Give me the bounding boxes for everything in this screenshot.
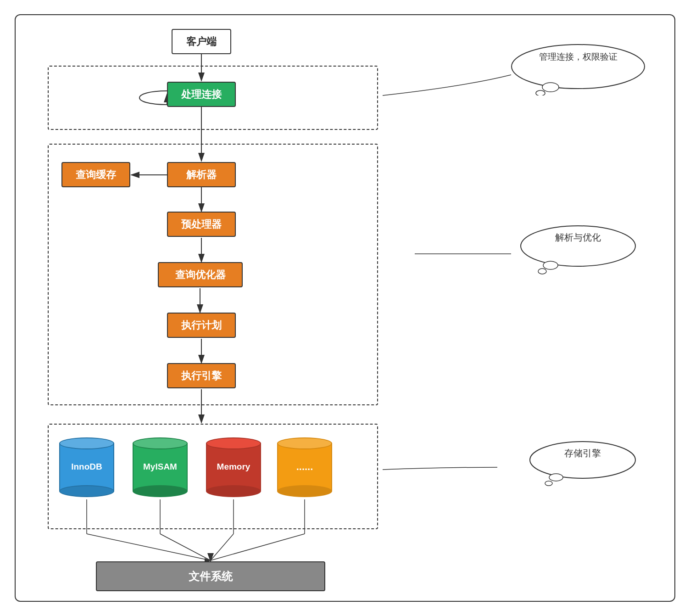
box-handle-connection: 处理连接 bbox=[167, 82, 236, 107]
cylinder-myisam: MyISAM bbox=[133, 437, 188, 497]
diagram-wrapper: 客户端 处理连接 查询缓存 解析器 预处理器 查询优化器 执行计划 执行引擎 I… bbox=[15, 14, 675, 602]
box-filesystem: 文件系统 bbox=[96, 561, 325, 591]
box-client: 客户端 bbox=[172, 29, 231, 54]
svg-line-11 bbox=[87, 534, 211, 560]
box-execution-engine: 执行引擎 bbox=[167, 363, 236, 388]
cylinder-innodb: InnoDB bbox=[59, 437, 114, 497]
svg-line-15 bbox=[211, 534, 234, 560]
cylinder-memory: Memory bbox=[206, 437, 261, 497]
box-parser: 解析器 bbox=[167, 162, 236, 187]
box-query-cache: 查询缓存 bbox=[61, 162, 130, 187]
svg-point-25 bbox=[538, 269, 546, 274]
svg-point-24 bbox=[543, 261, 558, 269]
svg-point-27 bbox=[549, 474, 563, 481]
cylinder-dots: ...... bbox=[277, 437, 332, 497]
svg-point-28 bbox=[545, 481, 552, 486]
bubble-storage: 存储引擎 bbox=[528, 440, 638, 488]
box-preprocessor: 预处理器 bbox=[167, 212, 236, 237]
box-execution-plan: 执行计划 bbox=[167, 313, 236, 338]
svg-point-22 bbox=[536, 90, 545, 95]
svg-point-21 bbox=[542, 83, 559, 92]
bubble-connection: 管理连接，权限验证 bbox=[509, 43, 647, 95]
svg-line-13 bbox=[160, 534, 211, 560]
svg-line-17 bbox=[211, 534, 305, 560]
box-query-optimizer: 查询优化器 bbox=[158, 262, 243, 287]
bubble-parsing: 解析与优化 bbox=[518, 224, 638, 274]
